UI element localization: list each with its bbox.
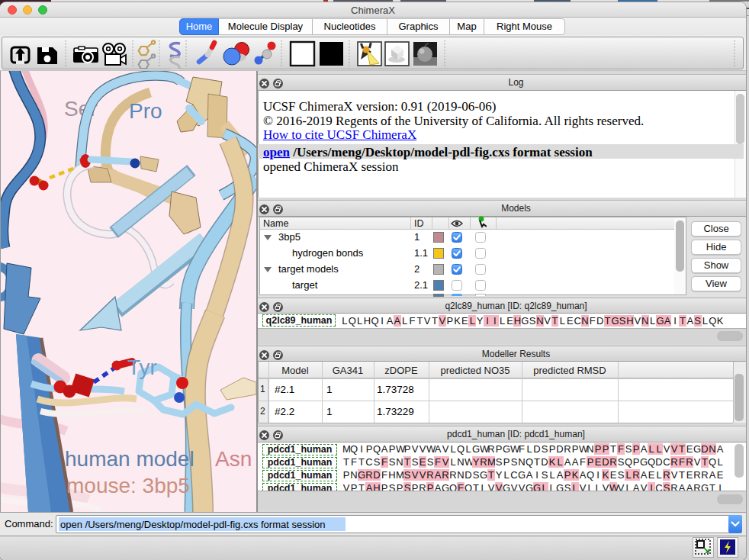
svg-text:human model: human model — [65, 447, 194, 471]
svg-text:Asn: Asn — [215, 447, 252, 471]
svg-text:Pro: Pro — [129, 99, 162, 123]
svg-text:Tyr: Tyr — [127, 356, 157, 379]
svg-text:mouse: 3bp5: mouse: 3bp5 — [66, 474, 190, 497]
